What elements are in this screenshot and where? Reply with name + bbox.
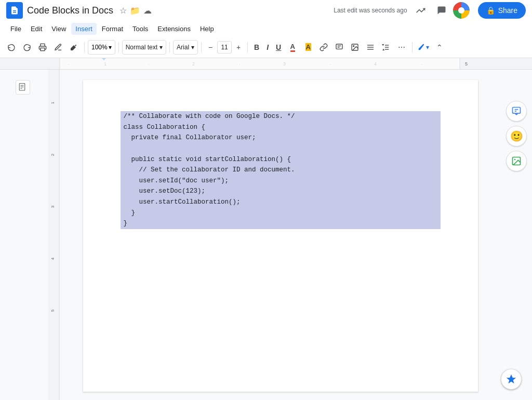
page-indicator [16,80,30,95]
code-line-8: user.setDoc(123); [121,186,441,197]
svg-rect-31 [60,58,460,70]
font-size-increase[interactable]: + [233,42,244,53]
code-line-5: public static void startCollaboration() … [121,154,441,165]
font-size-input[interactable] [217,41,232,54]
code-line-10: } [121,208,441,219]
menu-edit[interactable]: Edit [26,23,46,35]
redo-button[interactable] [20,40,34,55]
divider-6 [412,42,413,52]
title-icons: ☆ 📁 ☁ [119,6,152,16]
add-comment-button[interactable] [506,101,527,122]
star-icon[interactable]: ☆ [119,6,127,16]
divider-1 [84,42,85,52]
link-button[interactable] [316,40,331,55]
code-content[interactable]: /** Collaborate with code on Google Docs… [121,111,441,229]
app-icon[interactable] [6,2,23,19]
side-ruler: 1 2 3 4 5 [48,70,60,400]
svg-rect-7 [41,48,45,50]
code-line-4 [121,143,441,154]
code-line-6: // Set the collaborator ID and document. [121,165,441,176]
code-block-container[interactable]: /** Collaborate with code on Google Docs… [121,111,441,229]
svg-text:2: 2 [50,153,55,156]
folder-icon[interactable]: 📁 [130,6,140,16]
code-line-2: class Collaboration { [121,122,441,133]
undo-button[interactable] [4,40,19,55]
menu-format[interactable]: Format [98,23,127,35]
spellcheck-button[interactable] [51,40,65,55]
align-button[interactable] [363,40,378,55]
code-line-7: user.setId("doc user"); [121,176,441,186]
document-page: /** Collaborate with code on Google Docs… [83,80,478,392]
ruler: · 1 · 2 · 3 · 4 · 5 [0,58,532,70]
svg-text:3: 3 [50,205,55,208]
svg-point-6 [458,7,464,14]
font-label: Arial [177,44,189,51]
bold-button[interactable]: B [251,40,262,55]
divider-2 [118,42,119,52]
edit-mode-button[interactable]: ▾ [416,40,431,55]
font-size-decrease[interactable]: − [205,42,216,53]
text-style-select[interactable]: Normal text ▾ [122,40,166,55]
left-margin: 1 2 3 4 5 [0,70,60,400]
menu-insert[interactable]: Insert [71,23,97,35]
code-line-9: user.startCollaboration(); [121,197,441,208]
title-bar: Code Blocks in Docs ☆ 📁 ☁ Last edit was … [0,0,532,21]
cloud-icon[interactable]: ☁ [143,6,152,16]
svg-text:1: 1 [50,101,55,104]
style-label: Normal text [126,44,157,51]
user-avatar[interactable] [453,2,470,19]
toolbar: 100% ▾ Normal text ▾ Arial ▾ − + B I U A… [0,36,532,58]
code-line-11: } [121,218,441,229]
main-area: 1 2 3 4 5 /** Collaborate with code on G… [0,70,532,400]
header-right-icons [411,1,470,20]
add-emoji-button[interactable]: 🙂 [506,126,527,146]
image-button[interactable] [348,40,362,55]
add-image-button[interactable] [506,151,527,171]
print-button[interactable] [35,40,50,55]
line-spacing-button[interactable] [379,40,393,55]
highlight-button[interactable]: A [301,40,315,55]
menu-extensions[interactable]: Extensions [153,23,195,35]
menu-view[interactable]: View [47,23,70,35]
italic-button[interactable]: I [263,40,272,55]
last-edit-status[interactable]: Last edit was seconds ago [334,7,407,14]
menu-bar: File Edit View Insert Format Tools Exten… [0,21,532,36]
divider-3 [169,42,170,52]
zoom-value: 100% [91,44,108,51]
right-panel: 🙂 [501,70,532,400]
zoom-control[interactable]: 100% ▾ [88,40,115,55]
chat-icon[interactable] [432,1,451,20]
svg-text:5: 5 [50,309,55,312]
analytics-icon[interactable] [411,1,430,20]
svg-point-51 [514,159,516,161]
code-line-3: private final Collaborator user; [121,132,441,143]
svg-rect-8 [336,44,342,49]
doc-area[interactable]: /** Collaborate with code on Google Docs… [60,70,501,400]
menu-file[interactable]: File [6,23,25,35]
comment-button[interactable] [332,40,347,55]
divider-4 [201,42,202,52]
text-color-button[interactable]: A [285,40,300,55]
menu-help[interactable]: Help [196,23,218,35]
svg-text:5: 5 [465,61,468,66]
paint-format-button[interactable] [66,40,81,55]
font-select[interactable]: Arial ▾ [173,40,198,55]
menu-tools[interactable]: Tools [128,23,152,35]
doc-title: Code Blocks in Docs [27,5,113,16]
svg-point-12 [353,45,354,46]
svg-text:4: 4 [50,257,55,260]
more-options-button[interactable]: ⋯ [394,40,409,55]
divider-5 [247,42,248,52]
gemini-button[interactable] [501,369,522,390]
underline-button[interactable]: U [273,40,284,55]
font-size-control: − + [205,41,244,54]
svg-rect-45 [513,108,521,114]
svg-rect-34 [48,70,60,400]
share-button[interactable]: 🔒 Share [478,2,526,19]
collapse-button[interactable]: ⌃ [432,40,447,55]
code-line-1: /** Collaborate with code on Google Docs… [121,111,441,122]
